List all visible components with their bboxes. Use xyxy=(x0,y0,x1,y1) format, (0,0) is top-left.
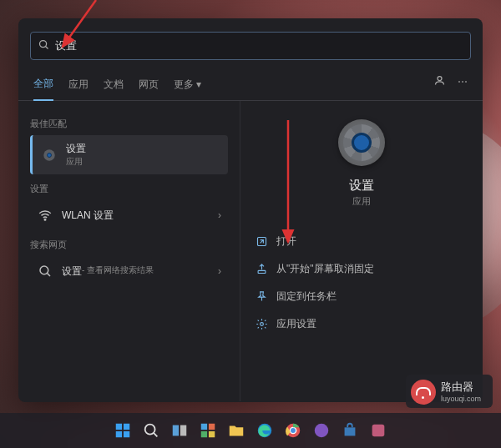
action-label: 从"开始"屏幕取消固定 xyxy=(276,262,374,276)
result-web-search[interactable]: 设置 - 查看网络搜索结果 › xyxy=(30,256,228,286)
watermark-title: 路由器 xyxy=(441,380,481,395)
svg-line-16 xyxy=(154,433,157,436)
watermark: 路由器 luyouqi.com xyxy=(406,375,493,408)
svg-line-7 xyxy=(47,273,50,276)
taskbar-app[interactable] xyxy=(310,419,333,442)
watermark-sub: luyouqi.com xyxy=(441,395,481,403)
section-best-match: 最佳匹配 xyxy=(30,118,228,130)
taskbar-widgets[interactable] xyxy=(196,419,220,442)
gear-icon xyxy=(41,147,58,164)
search-input[interactable] xyxy=(50,40,463,53)
result-sub: - 查看网络搜索结果 xyxy=(82,264,154,279)
svg-rect-9 xyxy=(258,270,266,273)
action-app-settings[interactable]: 应用设置 xyxy=(252,312,471,336)
section-settings: 设置 xyxy=(30,183,228,195)
svg-point-6 xyxy=(40,266,48,274)
search-bar[interactable] xyxy=(30,32,471,60)
svg-point-15 xyxy=(145,425,155,435)
wifi-icon xyxy=(37,207,53,224)
preview-pane: 设置 应用 打开 从"开始"屏幕取消固定 固定到任务栏 应用设置 xyxy=(240,101,483,401)
result-sub: 应用 xyxy=(66,156,86,168)
tab-docs[interactable]: 文档 xyxy=(104,71,124,100)
result-title: 设置 xyxy=(62,264,82,279)
taskbar-store[interactable] xyxy=(338,419,362,442)
result-title: WLAN 设置 xyxy=(62,209,114,223)
svg-point-27 xyxy=(315,424,329,438)
svg-rect-19 xyxy=(201,424,207,430)
result-settings-app[interactable]: 设置 应用 xyxy=(30,135,228,174)
svg-rect-20 xyxy=(209,424,215,430)
tab-all[interactable]: 全部 xyxy=(33,70,53,101)
search-icon xyxy=(38,38,50,54)
action-label: 固定到任务栏 xyxy=(276,289,337,304)
svg-rect-13 xyxy=(116,431,122,437)
svg-line-1 xyxy=(46,46,48,48)
taskbar-app2[interactable] xyxy=(367,419,390,442)
results-left: 最佳匹配 设置 应用 设置 WLAN 设置 › 搜索 xyxy=(18,101,240,401)
action-label: 应用设置 xyxy=(276,317,316,331)
svg-point-4 xyxy=(48,153,52,157)
svg-point-0 xyxy=(40,40,47,47)
preview-sub: 应用 xyxy=(352,195,371,208)
taskbar-edge[interactable] xyxy=(253,419,276,442)
taskbar-explorer[interactable] xyxy=(225,419,248,442)
taskbar-start[interactable] xyxy=(111,419,134,442)
chevron-down-icon: ▾ xyxy=(196,78,201,90)
search-icon xyxy=(37,263,53,279)
tab-apps[interactable]: 应用 xyxy=(68,71,89,100)
action-pin-taskbar[interactable]: 固定到任务栏 xyxy=(252,284,471,309)
more-icon[interactable]: ⋯ xyxy=(458,76,468,88)
search-window: 全部 应用 文档 网页 更多 ▾ ⋯ 最佳匹配 设置 应用 设置 xyxy=(18,18,483,402)
svg-rect-14 xyxy=(124,431,129,437)
action-open[interactable]: 打开 xyxy=(252,229,471,254)
settings-app-icon xyxy=(338,119,385,166)
svg-rect-28 xyxy=(372,425,385,437)
svg-rect-22 xyxy=(209,431,215,437)
svg-point-2 xyxy=(438,77,442,81)
svg-rect-12 xyxy=(124,424,129,430)
action-unpin-start[interactable]: 从"开始"屏幕取消固定 xyxy=(252,257,471,281)
router-icon xyxy=(411,380,436,405)
section-web: 搜索网页 xyxy=(30,239,228,251)
svg-rect-21 xyxy=(201,431,207,437)
svg-rect-18 xyxy=(180,425,186,436)
chevron-right-icon: › xyxy=(218,209,221,221)
taskbar-chrome[interactable] xyxy=(281,419,305,442)
svg-point-5 xyxy=(44,219,46,221)
result-title: 设置 xyxy=(66,142,86,156)
tab-more[interactable]: 更多 ▾ xyxy=(174,71,201,100)
svg-rect-11 xyxy=(116,424,122,430)
action-label: 打开 xyxy=(276,234,296,249)
tab-web[interactable]: 网页 xyxy=(139,71,159,100)
account-icon[interactable] xyxy=(433,74,446,89)
svg-point-10 xyxy=(261,323,264,326)
preview-title: 设置 xyxy=(349,178,374,194)
taskbar-search[interactable] xyxy=(139,419,163,442)
result-wlan-settings[interactable]: WLAN 设置 › xyxy=(30,200,228,230)
chevron-right-icon: › xyxy=(218,265,221,277)
tabs: 全部 应用 文档 网页 更多 ▾ ⋯ xyxy=(18,65,483,101)
taskbar-taskview[interactable] xyxy=(168,419,191,442)
svg-rect-17 xyxy=(173,425,179,436)
taskbar xyxy=(0,413,501,448)
